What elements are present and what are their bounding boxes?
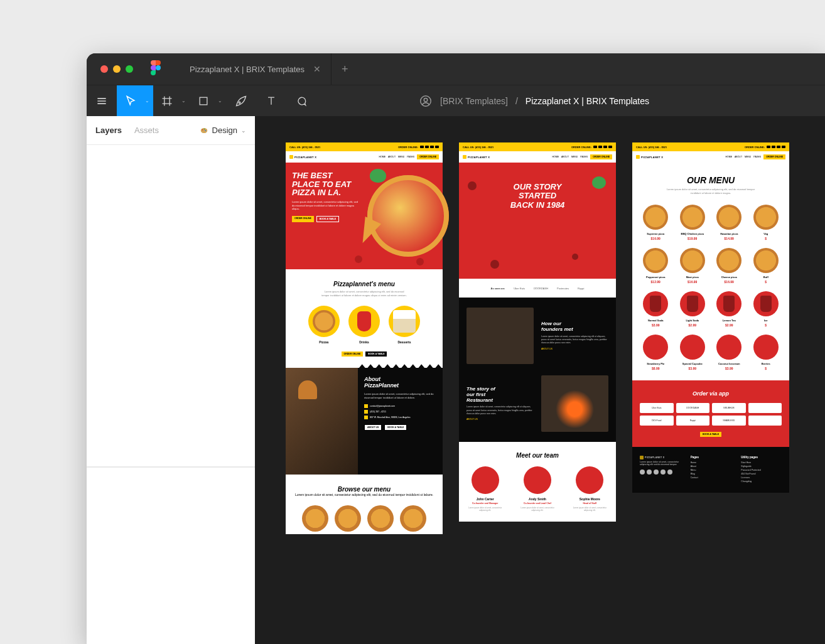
hero-section: THE BEST PLACE TO EAT PIZZA IN LA. Lorem… <box>286 163 443 269</box>
dessert-image <box>716 335 741 360</box>
menu-item: Strawberry Pie$8.99 <box>639 335 673 370</box>
svg-point-13 <box>424 98 428 102</box>
artboard-about[interactable]: CALL US: (415) 246 - 0521 ORDER ONLINE: … <box>459 142 616 522</box>
item-price: $16.99 <box>676 280 710 284</box>
nav-link: MENU <box>571 156 578 158</box>
panel-tabs: Layers Assets Design ⌄ <box>87 116 255 145</box>
pizza-image <box>367 505 394 532</box>
footer-link: Home <box>691 461 731 464</box>
nav-items: HOMEABOUTMENUPAGES ORDER ONLINE <box>552 154 612 159</box>
as-seen-on: As seen on: Uber Eats DOORDASH Postmates… <box>459 279 616 298</box>
brand-logo: DOORDASH <box>534 287 548 290</box>
nav-home: HOME <box>379 156 386 158</box>
social-icon <box>640 470 645 475</box>
story-title-3: BACK IN 1984 <box>465 201 610 210</box>
contact-email: contact@pizzaplanet.com <box>370 405 395 407</box>
team-member: Andy SmithCo-founder and Lead ChefLorem … <box>517 466 557 512</box>
maximize-window-button[interactable] <box>126 65 133 73</box>
team-title: Meet our team <box>465 452 610 459</box>
pizza-image <box>643 248 668 273</box>
main-menu-button[interactable] <box>87 85 117 117</box>
order-online-label: ORDER ONLINE: <box>571 146 591 149</box>
order-online-label: ORDER ONLINE: <box>745 146 765 149</box>
artboard-menu[interactable]: CALL US: (415) 246 - 0521 ORDER ONLINE: … <box>632 142 789 493</box>
panel-divider <box>87 466 255 468</box>
menu-subtitle: Lorem ipsum dolor sit amet, consectetur … <box>664 188 758 195</box>
cat-label: Pizzas <box>308 340 340 344</box>
site-logo: PIZZAPLANET X <box>636 155 663 159</box>
item-price: $12.99 <box>639 280 673 284</box>
nav-link: MENU <box>745 156 751 158</box>
assets-tab[interactable]: Assets <box>134 126 159 135</box>
minimize-window-button[interactable] <box>113 65 121 73</box>
close-window-button[interactable] <box>100 65 108 73</box>
item-name: Hawaiian pizza <box>712 232 747 235</box>
footer-link: Blog <box>691 473 731 475</box>
app-card: SEAMLESS <box>712 416 746 426</box>
main-nav: PIZZAPLANET X HOME ABOUT MENU PAGES ORDE… <box>286 151 443 163</box>
about-link: ABOUT US <box>466 418 534 421</box>
member-role: Head of Staff <box>570 502 610 505</box>
user-avatar-icon[interactable] <box>419 94 433 108</box>
chevron-down-icon: ⌄ <box>181 98 186 104</box>
breadcrumb-team[interactable]: [BRIX Templates] <box>440 96 508 106</box>
item-name: Veg <box>749 232 784 235</box>
call-us-label: CALL US: (415) 246 - 0521 <box>636 146 667 149</box>
breadcrumb-separator: / <box>515 96 518 106</box>
item-name: Lemon Tea <box>712 319 747 322</box>
close-tab-icon[interactable]: ✕ <box>313 64 321 74</box>
tomato-image <box>468 181 477 190</box>
page-name: Design <box>212 126 237 135</box>
nav-link: ABOUT <box>735 156 742 158</box>
item-name: Buff <box>749 276 784 279</box>
menu-item: Lemon Tea$2.99 <box>712 291 747 327</box>
member-role: Co-founder and Lead Chef <box>517 502 557 505</box>
file-tab[interactable]: Pizzaplanet X | BRIX Templates ✕ <box>180 53 332 85</box>
artboard-home[interactable]: CALL US: (415) 246 - 0521 ORDER ONLINE: … <box>286 142 443 534</box>
rest-title-3: Restaurant <box>466 398 534 404</box>
social-icon <box>654 470 659 475</box>
add-tab-button[interactable]: + <box>332 63 359 76</box>
cat-label: Drinks <box>348 340 380 344</box>
svg-point-9 <box>239 102 240 104</box>
hero-subtitle: Lorem ipsum dolor sit amet, consectetur … <box>292 200 361 211</box>
cat-label: Desserts <box>389 340 420 344</box>
footer: PIZZAPLANET X Lorem ipsum dolor sit amet… <box>632 447 789 493</box>
member-role: Co-founder and Manager <box>465 502 505 505</box>
move-tool[interactable]: ⌄ <box>117 85 153 117</box>
layers-tab[interactable]: Layers <box>95 126 122 135</box>
item-price: $3.99 <box>639 323 673 327</box>
pizza-image <box>335 505 361 532</box>
oven-photo <box>541 375 608 432</box>
footer-pages-heading: Pages <box>691 456 731 459</box>
team-member: Sophie MooreHead of StaffLorem ipsum dol… <box>570 466 610 512</box>
browse-section: Browse our menu Lorem ipsum dolor sit am… <box>286 475 443 534</box>
figma-logo-icon[interactable] <box>151 60 161 78</box>
order-button: ORDER ONLINE <box>342 352 364 357</box>
shape-tool[interactable]: ⌄ <box>190 85 226 117</box>
nav-link: HOME <box>725 156 732 158</box>
menu-cat-drinks: Drinks <box>348 306 380 344</box>
canvas[interactable]: CALL US: (415) 246 - 0521 ORDER ONLINE: … <box>255 116 825 644</box>
item-name: BBQ Chicken pizza <box>676 232 710 235</box>
chevron-down-icon: ⌄ <box>145 98 149 104</box>
breadcrumb: [BRIX Templates] / Pizzaplanet X | BRIX … <box>419 94 825 108</box>
text-tool[interactable] <box>256 85 286 117</box>
svg-point-16 <box>203 128 205 129</box>
pizza-grid-1: Supreme pizza$16.99 BBQ Chicken pizza$19… <box>632 201 789 244</box>
dessert-image <box>753 335 779 360</box>
desserts-grid: Strawberry Pie$8.99 Special Cupcake$3.99… <box>632 331 789 374</box>
pen-tool[interactable] <box>226 85 256 117</box>
nav-link: HOME <box>552 156 559 158</box>
app-card: Rappi <box>676 416 710 426</box>
call-us-label: CALL US: (415) 246 - 0521 <box>463 146 493 149</box>
item-price: $3.99 <box>676 367 710 370</box>
item-name: Light Soda <box>676 319 710 322</box>
page-selector[interactable]: Design ⌄ <box>200 126 246 135</box>
comment-tool[interactable] <box>286 85 316 117</box>
frame-tool[interactable]: ⌄ <box>153 85 190 117</box>
order-via-app: Order via app Uber Eats DOORDASH GRUBHUB… <box>632 380 789 447</box>
breadcrumb-file[interactable]: Pizzaplanet X | BRIX Templates <box>526 96 649 106</box>
drink-image <box>716 291 741 316</box>
drink-image <box>643 291 668 316</box>
